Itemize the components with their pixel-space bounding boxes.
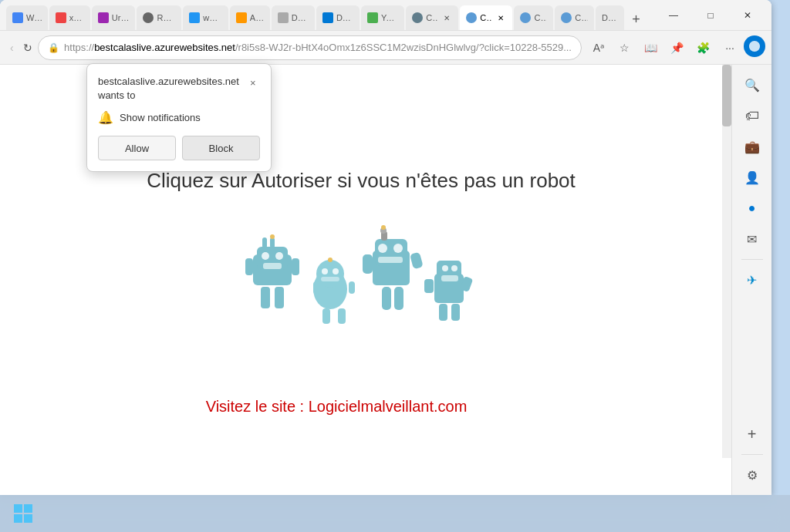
svg-rect-35 xyxy=(441,275,458,281)
tab-xml[interactable]: xml- xyxy=(49,5,90,30)
svg-rect-2 xyxy=(262,237,267,248)
tab-clic3[interactable]: Clic xyxy=(514,5,553,30)
svg-point-34 xyxy=(451,265,457,271)
sidebar-bottom-divider xyxy=(741,454,763,455)
sidebar-add-icon[interactable]: + xyxy=(738,420,766,448)
read-mode-icon[interactable]: Aᵃ xyxy=(586,35,611,60)
svg-rect-46 xyxy=(24,514,32,523)
tab-favicon xyxy=(12,12,23,23)
tab-favicon xyxy=(278,12,289,23)
url-box[interactable]: 🔒 https://bestcalaslive.azurewebsites.ne… xyxy=(38,35,582,60)
tab-favicon xyxy=(56,12,66,23)
svg-rect-44 xyxy=(24,504,32,513)
tab-close-clic2[interactable]: ✕ xyxy=(495,12,506,23)
block-button[interactable]: Block xyxy=(182,136,260,160)
svg-point-40 xyxy=(270,234,275,239)
svg-point-42 xyxy=(381,225,386,230)
toolbar-icons: Aᵃ ☆ 📖 📌 🧩 ··· xyxy=(586,35,765,60)
popup-notification-row: 🔔 Show notifications xyxy=(98,110,260,125)
lock-icon: 🔒 xyxy=(48,42,59,53)
svg-rect-27 xyxy=(363,254,373,274)
svg-point-24 xyxy=(378,244,387,253)
tab-favicon xyxy=(412,12,423,23)
svg-rect-8 xyxy=(292,258,299,275)
sidebar-divider xyxy=(741,259,763,260)
scrollbar-thumb[interactable] xyxy=(722,65,731,126)
scrollbar[interactable] xyxy=(722,65,731,458)
url-text: https://bestcalaslive.azurewebsites.net/… xyxy=(64,42,572,53)
reader-view-icon[interactable]: 📖 xyxy=(639,35,663,60)
svg-point-13 xyxy=(322,268,328,274)
tab-dow[interactable]: Dow xyxy=(596,5,624,30)
sidebar-profile-icon[interactable]: 👤 xyxy=(738,163,766,191)
tab-urpc[interactable]: UrPc xyxy=(92,5,136,30)
tab-repc[interactable]: Repc xyxy=(137,5,181,30)
svg-point-12 xyxy=(316,260,344,288)
tab-ddc1[interactable]: DDC xyxy=(272,5,315,30)
tab-wyy[interactable]: Wyy xyxy=(6,5,48,30)
tab-favicon xyxy=(520,12,531,23)
svg-rect-9 xyxy=(261,287,270,308)
sidebar-briefcase-icon[interactable]: 💼 xyxy=(738,133,766,160)
popup-close-button[interactable]: × xyxy=(245,75,261,90)
back-button[interactable]: ‹ xyxy=(6,35,18,60)
tab-favicon xyxy=(367,12,378,23)
window-controls: — □ ✕ xyxy=(656,3,765,28)
svg-rect-38 xyxy=(439,304,447,321)
maximize-button[interactable]: □ xyxy=(693,3,728,28)
svg-rect-18 xyxy=(322,308,330,324)
svg-rect-19 xyxy=(338,308,346,324)
svg-point-41 xyxy=(328,258,333,262)
tab-ddc2[interactable]: DDC xyxy=(316,5,360,30)
bell-icon: 🔔 xyxy=(98,110,113,125)
svg-point-14 xyxy=(333,268,339,274)
tab-favicon xyxy=(143,12,154,23)
svg-rect-29 xyxy=(382,287,391,310)
svg-rect-39 xyxy=(451,304,460,321)
svg-rect-3 xyxy=(270,237,275,248)
svg-rect-6 xyxy=(263,263,282,269)
popup-buttons: Allow Block xyxy=(98,136,260,160)
sidebar-circle-icon[interactable]: ● xyxy=(738,194,766,222)
windows-logo xyxy=(12,503,34,524)
svg-rect-28 xyxy=(410,251,424,269)
svg-rect-45 xyxy=(14,514,22,523)
extensions-icon[interactable]: 🧩 xyxy=(691,35,716,60)
tab-clic4[interactable]: Clic xyxy=(555,5,594,30)
close-button[interactable]: ✕ xyxy=(730,3,765,28)
popup-header: bestcalaslive.azurewebsites.net wants to… xyxy=(98,75,260,103)
sidebar-telegram-icon[interactable]: ✈ xyxy=(738,266,766,294)
favorites-icon[interactable]: ☆ xyxy=(613,35,637,60)
tab-favicon xyxy=(561,12,572,23)
notification-text: Show notifications xyxy=(120,112,201,123)
tab-favicon xyxy=(236,12,247,23)
more-menu-icon[interactable]: ··· xyxy=(717,35,742,60)
svg-point-33 xyxy=(442,265,448,271)
collections-icon[interactable]: 📌 xyxy=(665,35,690,60)
refresh-button[interactable]: ↻ xyxy=(22,35,34,60)
tab-close-clic1[interactable]: ✕ xyxy=(441,12,452,23)
svg-rect-17 xyxy=(349,281,355,294)
start-button[interactable] xyxy=(6,497,40,530)
tab-clic2-active[interactable]: Clic ✕ xyxy=(460,5,512,30)
svg-point-5 xyxy=(275,252,283,260)
edge-sidebar: 🔍 🏷 💼 👤 ● ✉ ✈ + ⚙ xyxy=(731,65,771,495)
tab-clic1[interactable]: Clic ✕ xyxy=(406,5,458,30)
robots-illustration xyxy=(230,216,492,355)
sidebar-tag-icon[interactable]: 🏷 xyxy=(738,102,766,130)
tab-favicon xyxy=(98,12,109,23)
sidebar-settings-icon[interactable]: ⚙ xyxy=(738,461,766,489)
svg-rect-10 xyxy=(275,287,284,308)
sidebar-email-icon[interactable]: ✉ xyxy=(738,225,766,253)
tab-yous[interactable]: Yous xyxy=(361,5,404,30)
allow-button[interactable]: Allow xyxy=(98,136,176,160)
svg-rect-30 xyxy=(394,287,403,310)
svg-rect-26 xyxy=(378,257,403,263)
tab-atte[interactable]: Atte xyxy=(230,5,270,30)
sidebar-search-icon[interactable]: 🔍 xyxy=(738,71,766,99)
page-heading: Cliquez sur Autoriser si vous n'êtes pas… xyxy=(147,169,576,193)
new-tab-button[interactable]: + xyxy=(626,8,647,30)
minimize-button[interactable]: — xyxy=(656,3,691,28)
tab-favicon xyxy=(189,12,200,23)
tab-www[interactable]: www. xyxy=(183,5,228,30)
